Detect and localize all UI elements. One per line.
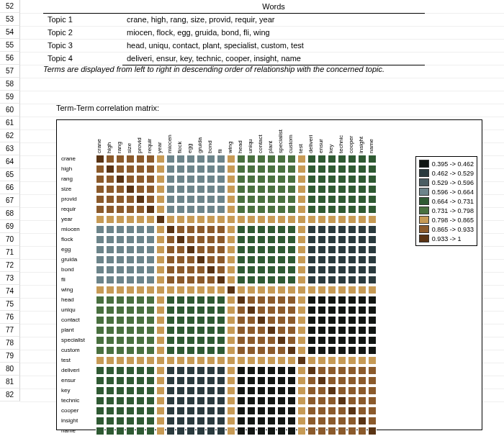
heatmap-cell (116, 306, 125, 314)
row-header[interactable]: 52 (0, 0, 20, 13)
heatmap-cell (166, 205, 175, 214)
row-header[interactable]: 61 (0, 117, 20, 130)
row-header[interactable]: 59 (0, 91, 20, 104)
row-header[interactable]: 69 (0, 220, 20, 233)
heatmap-cell (106, 175, 114, 183)
row-header[interactable]: 55 (0, 39, 20, 52)
heatmap-cell (267, 165, 276, 173)
heatmap-cell (257, 276, 266, 284)
heatmap-cell (186, 195, 195, 204)
heatmap-cell (277, 396, 286, 405)
heatmap-cell (166, 376, 175, 385)
heatmap-cell (358, 417, 366, 425)
heatmap-cell (136, 205, 145, 214)
matrix-row-label: wing (61, 285, 73, 295)
heatmap-cell (247, 175, 256, 183)
heatmap-cell (217, 336, 225, 345)
heatmap-cell (277, 346, 286, 355)
heatmap-cell (247, 386, 256, 395)
heatmap-cell (116, 336, 125, 345)
heatmap-cell (197, 215, 205, 224)
heatmap-cell (116, 407, 125, 415)
matrix-col-label: technic (338, 135, 344, 153)
row-header[interactable]: 62 (0, 130, 20, 142)
row-header[interactable]: 81 (0, 376, 20, 389)
heatmap-cell (96, 286, 104, 294)
heatmap-cell (348, 366, 356, 375)
row-header[interactable]: 73 (0, 272, 20, 285)
row-header[interactable]: 82 (0, 389, 20, 401)
heatmap-cell (217, 165, 225, 173)
row-header[interactable]: 76 (0, 311, 20, 324)
heatmap-cell (106, 195, 114, 204)
heatmap-cell (96, 366, 104, 375)
row-header[interactable]: 77 (0, 324, 20, 337)
row-header[interactable]: 71 (0, 246, 20, 259)
heatmap-cell (307, 225, 316, 234)
heatmap-cell (348, 316, 356, 324)
row-header[interactable]: 79 (0, 350, 20, 363)
row-header[interactable]: 72 (0, 259, 20, 272)
legend-swatch (419, 169, 429, 177)
heatmap-cell (307, 165, 316, 173)
heatmap-cell (96, 417, 104, 425)
row-header[interactable]: 56 (0, 52, 20, 65)
heatmap-cell (358, 376, 366, 385)
row-header[interactable]: 60 (0, 104, 20, 117)
heatmap-cell (297, 205, 306, 214)
heatmap-cell (247, 255, 256, 264)
row-header[interactable]: 53 (0, 13, 20, 26)
heatmap-cell (156, 296, 165, 304)
row-header[interactable]: 54 (0, 26, 20, 39)
heatmap-cell (257, 407, 266, 415)
row-header[interactable]: 67 (0, 194, 20, 207)
row-header[interactable]: 78 (0, 337, 20, 350)
row-header[interactable]: 64 (0, 155, 20, 168)
heatmap-cell (247, 296, 256, 304)
row-header[interactable]: 74 (0, 285, 20, 298)
row-header[interactable]: 80 (0, 363, 20, 376)
heatmap-cell (116, 175, 125, 183)
heatmap-cell (368, 346, 377, 355)
heatmap-cell (247, 306, 256, 314)
row-header[interactable]: 63 (0, 142, 20, 155)
heatmap-cell (227, 326, 235, 335)
heatmap-cell (257, 376, 266, 385)
heatmap-cell (328, 427, 336, 435)
heatmap-cell (166, 427, 175, 435)
heatmap-cell (126, 427, 135, 435)
heatmap-cell (146, 396, 155, 405)
heatmap-cell (106, 316, 114, 324)
heatmap-cell (166, 265, 175, 274)
heatmap-cell (307, 326, 316, 335)
heatmap-cell (106, 225, 114, 234)
row-header[interactable]: 75 (0, 298, 20, 311)
heatmap-cell (207, 235, 215, 244)
matrix-col-label: flock (176, 142, 183, 153)
heatmap-cell (217, 265, 225, 274)
matrix-row-label: rang (61, 174, 73, 184)
row-header[interactable]: 65 (0, 168, 20, 181)
heatmap-cell (297, 265, 306, 274)
matrix-row-label: specialist (61, 335, 85, 345)
heatmap-cell (126, 175, 135, 183)
heatmap-cell (126, 165, 135, 173)
row-header[interactable]: 57 (0, 65, 20, 78)
heatmap-cell (116, 396, 125, 405)
heatmap-cell (267, 185, 276, 194)
row-header[interactable]: 66 (0, 181, 20, 194)
heatmap-cell (186, 155, 195, 163)
heatmap-cell (318, 386, 326, 395)
heatmap-cell (237, 265, 246, 274)
heatmap-cell (126, 356, 135, 365)
heatmap-cell (176, 427, 185, 435)
heatmap-cell (237, 376, 246, 385)
row-header[interactable]: 58 (0, 78, 20, 91)
heatmap-cell (348, 296, 356, 304)
heatmap-cell (116, 286, 125, 294)
heatmap-cell (176, 396, 185, 405)
row-header[interactable]: 70 (0, 233, 20, 246)
heatmap-cell (297, 165, 306, 173)
heatmap-cell (96, 245, 104, 254)
row-header[interactable]: 68 (0, 207, 20, 220)
